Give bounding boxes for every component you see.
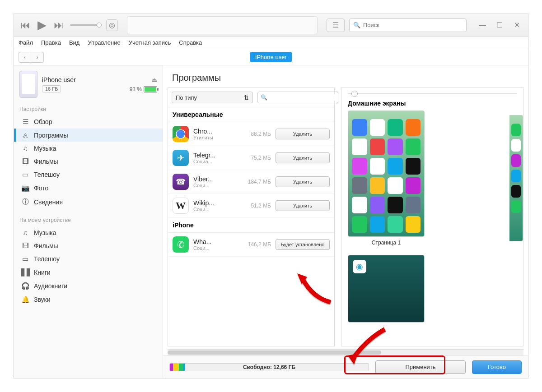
info-icon: ⓘ (21, 198, 29, 206)
app-icon: W (173, 198, 189, 214)
sidebar-item-ondevice-tones[interactable]: 🔔Звуки (14, 293, 163, 306)
page-label: Страница 1 (372, 240, 401, 246)
sidebar-item-apps[interactable]: ⩓Программы (14, 129, 163, 142)
summary-icon: ☰ (21, 118, 29, 126)
sidebar: iPhone user 16 ГБ ⏏ 93 % Настройки ☰Обзо… (14, 65, 163, 378)
menu-account[interactable]: Учетная запись (129, 39, 171, 46)
app-action-button[interactable]: Удалить (276, 129, 330, 139)
nav-row: ‹ › iPhone user (14, 49, 528, 65)
volume-slider[interactable] (70, 24, 102, 26)
eject-icon[interactable]: ⏏ (151, 76, 157, 83)
storage-free-label: Свободно: 12,66 ГБ (243, 364, 295, 370)
app-icon: ✆ (173, 236, 189, 253)
home-screens-panel: Домашние экраны Страница 1 ◉ (341, 88, 523, 346)
now-playing-panel (127, 16, 318, 34)
app-icon: ✈ (173, 150, 189, 166)
menu-help[interactable]: Справка (179, 39, 202, 46)
play-button[interactable]: ▶ (36, 18, 48, 32)
home-screen-page-2[interactable]: ◉ (348, 255, 425, 323)
sidebar-item-info[interactable]: ⓘСведения (14, 195, 163, 209)
app-row[interactable]: ✈Telegr...Социа...75,2 МБУдалить (168, 146, 334, 170)
playback-controls: ⏮ ▶ ⏭ (19, 18, 65, 32)
app-group-universal: Универсальные (168, 107, 334, 122)
sidebar-item-tvshows[interactable]: ▭Телешоу (14, 168, 163, 181)
app-icon (173, 126, 189, 142)
list-view-button[interactable]: ☰ (327, 18, 345, 32)
photo-icon: 📷 (21, 184, 29, 192)
apps-icon: ⩓ (21, 131, 29, 139)
airplay-icon[interactable]: ◎ (106, 19, 118, 31)
chevron-updown-icon: ⇅ (244, 94, 249, 101)
storage-bar: Свободно: 12,66 ГБ (169, 363, 369, 371)
bell-icon: 🔔 (21, 295, 29, 304)
movies-icon: 🎞 (21, 242, 29, 249)
menu-controls[interactable]: Управление (88, 39, 120, 46)
nav-forward-button[interactable]: › (31, 52, 44, 63)
app-action-button[interactable]: Удалить (276, 152, 330, 163)
app-name: Wha... (193, 238, 241, 245)
horizontal-scrollbar[interactable] (168, 349, 523, 355)
app-row[interactable]: ✆Wha...Соци...146,2 МББудет установлено (168, 233, 334, 257)
app-action-button[interactable]: Будет установлено (276, 239, 330, 250)
nav-back-button[interactable]: ‹ (19, 52, 31, 63)
device-capacity: 16 ГБ (42, 85, 61, 92)
sidebar-item-ondevice-music[interactable]: ♫Музыка (14, 226, 163, 239)
sidebar-item-photos[interactable]: 📷Фото (14, 181, 163, 195)
sidebar-item-movies[interactable]: 🎞Фильмы (14, 155, 163, 168)
home-screens-title: Домашние экраны (348, 100, 517, 107)
music-icon: ♫ (21, 229, 29, 236)
window-controls: — ☐ ✕ (476, 21, 523, 30)
app-size: 184,7 МБ (246, 179, 271, 185)
app-row[interactable]: ☎Viber...Соци...184,7 МБУдалить (168, 170, 334, 194)
sidebar-section-ondevice: На моем устройстве (14, 217, 163, 226)
tv-icon: ▭ (21, 171, 29, 179)
close-button[interactable]: ✕ (510, 21, 523, 30)
sidebar-item-ondevice-tvshows[interactable]: ▭Телешоу (14, 252, 163, 266)
apps-search-input[interactable] (267, 94, 335, 101)
menu-file[interactable]: Файл (19, 39, 33, 46)
app-action-button[interactable]: Удалить (276, 176, 330, 187)
app-row[interactable]: WWikip...Соци...51,2 МБУдалить (168, 194, 334, 218)
menu-view[interactable]: Вид (69, 39, 80, 46)
sidebar-item-ondevice-books[interactable]: ▋▋Книги (14, 266, 163, 279)
app-name: Chro... (193, 128, 241, 135)
sidebar-section-settings: Настройки (14, 106, 163, 115)
app-action-button[interactable]: Удалить (276, 200, 330, 211)
app-name: Viber... (193, 175, 241, 183)
app-size: 75,2 МБ (246, 155, 271, 161)
home-screen-preview (348, 111, 425, 237)
device-tab[interactable]: iPhone user (250, 52, 292, 62)
sidebar-item-ondevice-audiobooks[interactable]: 🎧Аудиокниги (14, 279, 163, 293)
app-icon: ◉ (353, 260, 366, 273)
maximize-button[interactable]: ☐ (493, 21, 506, 30)
battery-icon (144, 86, 157, 92)
sidebar-item-music[interactable]: ♫Музыка (14, 142, 163, 155)
minimize-button[interactable]: — (476, 21, 489, 30)
sidebar-item-summary[interactable]: ☰Обзор (14, 115, 163, 129)
next-button[interactable]: ⏭ (52, 19, 65, 31)
search-input[interactable] (363, 22, 463, 28)
search-field[interactable]: 🔍 (349, 18, 467, 32)
page-title: Программы (163, 65, 528, 88)
app-size: 51,2 МБ (246, 203, 271, 209)
sort-dropdown[interactable]: По типу⇅ (172, 92, 253, 103)
sidebar-item-ondevice-movies[interactable]: 🎞Фильмы (14, 239, 163, 252)
search-icon: 🔍 (353, 22, 360, 28)
footer-bar: Свободно: 12,66 ГБ Применить Готово (163, 355, 528, 378)
app-name: Wikip... (193, 199, 241, 207)
done-button[interactable]: Готово (472, 360, 522, 374)
device-header: iPhone user 16 ГБ ⏏ 93 % (14, 71, 163, 98)
search-icon: 🔍 (261, 94, 267, 101)
app-row[interactable]: Chro...Утилиты88,2 МБУдалить (168, 122, 334, 146)
app-icon: ☎ (173, 174, 189, 190)
prev-button[interactable]: ⏮ (19, 19, 32, 31)
music-icon: ♫ (21, 144, 29, 152)
zoom-slider[interactable] (348, 92, 517, 95)
menu-edit[interactable]: Правка (41, 39, 61, 46)
device-thumbnail-icon (19, 71, 37, 98)
apps-search-field[interactable]: 🔍 (257, 92, 338, 103)
menubar: Файл Правка Вид Управление Учетная запис… (14, 37, 528, 49)
app-size: 146,2 МБ (246, 241, 271, 248)
home-screen-page[interactable]: Страница 1 ◉ (348, 111, 425, 323)
apply-button[interactable]: Применить (375, 360, 466, 374)
